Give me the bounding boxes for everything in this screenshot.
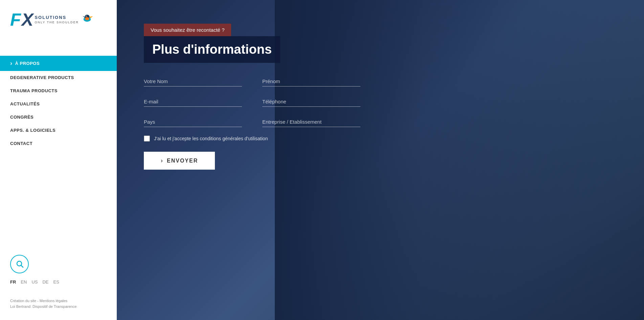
form-grid	[144, 76, 360, 127]
subtitle-text: Vous souhaitez être recontacté ?	[151, 27, 224, 33]
submit-label: ENVOYER	[167, 158, 198, 164]
subtitle-bar: Vous souhaitez être recontacté ?	[144, 24, 231, 36]
sidebar: F X SOLUTIONS ONLY THE SHOULDER À PROPOS…	[0, 0, 117, 320]
svg-point-2	[85, 17, 89, 20]
email-input[interactable]	[144, 97, 242, 107]
logo-tagline: ONLY THE SHOULDER	[35, 21, 79, 24]
svg-point-5	[86, 16, 87, 17]
terms-label[interactable]: J'ai lu et j'accepte les conditions géné…	[154, 136, 268, 141]
footer-loi: Loi Bertrand: Dispositif de Transparence	[10, 304, 107, 310]
prenom-input[interactable]	[262, 76, 360, 87]
entreprise-input[interactable]	[262, 117, 360, 127]
submit-button[interactable]: › ENVOYER	[144, 152, 215, 170]
nav-item-trauma-products[interactable]: TRAUMA PRODUCTS	[0, 84, 117, 97]
telephone-input[interactable]	[262, 97, 360, 107]
contact-form: J'ai lu et j'accepte les conditions géné…	[144, 76, 360, 170]
checkbox-row: J'ai lu et j'accepte les conditions géné…	[144, 136, 360, 142]
sidebar-bottom: FR EN US DE ES Création du site - Mentio…	[0, 245, 117, 320]
lang-es[interactable]: ES	[53, 279, 59, 285]
submit-arrow-icon: ›	[161, 157, 163, 164]
footer-creation[interactable]: Création du site - Mentions légales	[10, 298, 107, 304]
nom-field	[144, 76, 242, 87]
terms-checkbox[interactable]	[144, 136, 150, 142]
lang-de[interactable]: DE	[42, 279, 48, 285]
prenom-field	[262, 76, 360, 87]
search-icon	[16, 260, 24, 268]
main-content: Vous souhaitez être recontacté ? Plus d'…	[117, 0, 644, 320]
logo-x: X	[22, 11, 34, 28]
logo-solutions: SOLUTIONS	[35, 15, 79, 20]
logo-f: F	[10, 11, 21, 28]
nav-item-degenerative-products[interactable]: DEGENERATIVE PRODUCTS	[0, 71, 117, 84]
svg-line-8	[21, 266, 23, 268]
nav-item-a-propos[interactable]: À PROPOS	[0, 56, 117, 71]
pays-input[interactable]	[144, 117, 242, 127]
telephone-field	[262, 97, 360, 107]
lang-us[interactable]: US	[31, 279, 38, 285]
nav-item-contact[interactable]: CONTACT	[0, 137, 117, 150]
title-block: Plus d'informations	[144, 36, 280, 63]
language-switcher: FR EN US DE ES	[10, 279, 107, 285]
entreprise-field	[262, 117, 360, 127]
lang-en[interactable]: EN	[21, 279, 27, 285]
footer-links: Création du site - Mentions légales Loi …	[10, 298, 107, 310]
nav-item-apps-logiciels[interactable]: APPS. & LOGICIELS	[0, 124, 117, 137]
lang-fr[interactable]: FR	[10, 279, 16, 285]
email-field	[144, 97, 242, 107]
pays-field	[144, 117, 242, 127]
form-content-area: Vous souhaitez être recontacté ? Plus d'…	[117, 0, 387, 193]
main-nav: À PROPOS DEGENERATIVE PRODUCTS TRAUMA PR…	[0, 56, 117, 150]
search-button[interactable]	[10, 255, 29, 273]
nav-item-actualites[interactable]: ACTUALITÉS	[0, 97, 117, 110]
nom-input[interactable]	[144, 76, 242, 87]
page-title: Plus d'informations	[152, 42, 272, 57]
logo-bird-icon	[80, 10, 95, 25]
logo-area: F X SOLUTIONS ONLY THE SHOULDER	[0, 0, 117, 35]
svg-marker-6	[83, 16, 85, 18]
nav-item-congres[interactable]: CONGRÈS	[0, 110, 117, 124]
